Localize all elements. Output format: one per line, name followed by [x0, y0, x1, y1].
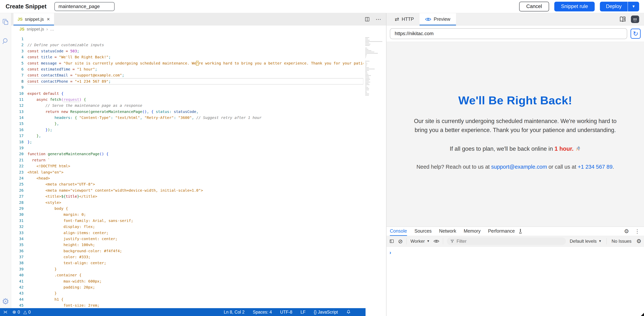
code-line-44[interactable]: h1 {	[28, 296, 363, 302]
code-line-23[interactable]: <html lang="en">	[28, 169, 363, 175]
code-line-20[interactable]: function generateMaintenancePage() {	[28, 151, 363, 157]
cancel-button[interactable]: Cancel	[519, 2, 549, 12]
console-eye-icon[interactable]	[434, 239, 439, 243]
code-line-17[interactable]: },	[28, 133, 363, 139]
console-clear-icon[interactable]: ⊘	[398, 238, 403, 245]
code-line-6[interactable]: const estimatedTime = "1 hour";	[28, 66, 363, 72]
code-line-14[interactable]: headers: { "Content-Type": "text/html", …	[28, 115, 363, 121]
code-line-15[interactable]: },	[28, 121, 363, 127]
status-item-ln-8-col-2[interactable]: Ln 8, Col 2	[224, 310, 244, 315]
console-output[interactable]: ›	[386, 247, 644, 256]
problems-indicator[interactable]: ⊗ 0 △ 0	[12, 310, 31, 315]
code-line-36[interactable]: background-color: #f4f4f4;	[28, 248, 363, 254]
code-line-2[interactable]: // Define your customizable inputs	[28, 42, 363, 48]
code-line-16[interactable]: });	[28, 127, 363, 133]
code-editor[interactable]: 1234567891011121314151617181920212223242…	[11, 33, 386, 308]
status-item--javascript[interactable]: {} JavaScript	[314, 310, 338, 315]
console-filter-input[interactable]	[456, 239, 563, 244]
devtools-settings-gear-icon[interactable]: ⚙	[624, 228, 629, 234]
devtools-tab-performance[interactable]: Performance	[488, 227, 515, 236]
code-line-27[interactable]: <title>${title}</title>	[28, 193, 363, 199]
preview-url-input[interactable]	[390, 28, 627, 39]
code-line-8[interactable]: const contactPhone = "+1 234 567 89";	[28, 78, 363, 84]
console-context-selector[interactable]: Worker ▼	[410, 239, 430, 244]
code-line-32[interactable]: display: flex;	[28, 224, 363, 230]
breadcrumb-file[interactable]: snippet.js	[27, 27, 44, 32]
split-editor-icon[interactable]	[364, 17, 370, 22]
code-line-24[interactable]: <head>	[28, 175, 363, 181]
discord-icon[interactable]	[631, 16, 639, 23]
status-item-lf[interactable]: LF	[300, 310, 306, 315]
devtools-tab-memory[interactable]: Memory	[464, 227, 480, 236]
code-line-10[interactable]: export default {	[28, 91, 363, 97]
issues-counter[interactable]: No Issues	[612, 239, 632, 244]
code-line-4[interactable]: const title = "We'll Be Right Back!";	[28, 54, 363, 60]
console-filter[interactable]	[447, 237, 566, 245]
code-line-9[interactable]	[28, 84, 363, 90]
breadcrumb[interactable]: JS snippet.js › …	[11, 26, 386, 33]
code-line-34[interactable]: justify-content: center;	[28, 236, 363, 242]
phone-link[interactable]: +1 234 567 89	[578, 164, 612, 170]
breadcrumb-more[interactable]: …	[50, 27, 54, 32]
code-line-3[interactable]: const statusCode = 503;	[28, 48, 363, 54]
tab-preview[interactable]: Preview	[420, 13, 456, 25]
code-line-7[interactable]: const contactEmail = "support@example.co…	[28, 72, 363, 78]
code-line-13[interactable]: return new Response(generateMaintenanceP…	[28, 109, 363, 115]
code-line-26[interactable]: <meta name="viewport" content="width=dev…	[28, 187, 363, 193]
console-sidebar-toggle-icon[interactable]	[389, 239, 394, 244]
code-line-21[interactable]: return `	[28, 157, 363, 163]
code-line-29[interactable]: body {	[28, 205, 363, 211]
support-email-link[interactable]: support@example.com	[491, 164, 547, 170]
settings-gear-icon[interactable]: ⚙	[2, 297, 9, 305]
minimap[interactable]	[365, 36, 384, 96]
devtools-tab-console[interactable]: Console	[390, 227, 407, 236]
code-line-43[interactable]: }	[28, 290, 363, 296]
console-prompt-icon[interactable]: ›	[390, 250, 391, 255]
snippet-name-input[interactable]	[54, 2, 114, 11]
files-icon[interactable]	[2, 18, 10, 26]
devtools-menu-icon[interactable]: ⋮	[635, 228, 640, 234]
remote-indicator-icon[interactable]	[3, 310, 8, 314]
code-line-30[interactable]: margin: 0;	[28, 211, 363, 217]
code-line-40[interactable]: .container {	[28, 272, 363, 278]
code-line-25[interactable]: <meta charset="UTF-8">	[28, 181, 363, 187]
deploy-caret-icon[interactable]: ▼	[628, 2, 639, 12]
code-line-35[interactable]: height: 100vh;	[28, 242, 363, 248]
resize-corner[interactable]	[641, 313, 644, 316]
code-line-39[interactable]: }	[28, 266, 363, 272]
code-line-38[interactable]: text-align: center;	[28, 260, 363, 266]
code-line-22[interactable]: <!DOCTYPE html>	[28, 163, 363, 169]
code-line-18[interactable]: };	[28, 139, 363, 145]
minimap-line	[365, 61, 370, 62]
deploy-button[interactable]: Deploy	[600, 2, 628, 12]
code-line-1[interactable]	[28, 36, 363, 42]
code-line-19[interactable]	[28, 145, 363, 151]
code-line-28[interactable]: <style>	[28, 199, 363, 205]
tab-snippet-js[interactable]: JS snippet.js ×	[14, 13, 54, 25]
status-item-spaces-4[interactable]: Spaces: 4	[253, 310, 272, 315]
code-line-33[interactable]: align-items: center;	[28, 230, 363, 236]
console-levels-dropdown[interactable]: Default levels ▼	[570, 239, 602, 244]
tab-http[interactable]: ⇄ HTTP	[389, 13, 420, 25]
code-lines[interactable]: // Define your customizable inputsconst …	[28, 36, 363, 308]
code-line-37[interactable]: color: #333;	[28, 254, 363, 260]
more-actions-icon[interactable]: ⋯	[376, 16, 381, 23]
notifications-bell-icon[interactable]	[346, 310, 351, 314]
tab-close-icon[interactable]: ×	[47, 17, 50, 22]
code-line-5[interactable]: const message = "Our site is currently u…	[28, 60, 363, 66]
code-line-11[interactable]: async fetch(request) {	[28, 97, 363, 103]
console-settings-gear-icon[interactable]: ⚙	[636, 238, 642, 244]
devtools-tab-network[interactable]: Network	[439, 227, 456, 236]
docs-book-icon[interactable]	[619, 16, 626, 23]
deploy-split-button[interactable]: Deploy ▼	[600, 2, 639, 12]
code-line-45[interactable]: font-size: 2rem;	[28, 302, 363, 308]
search-icon[interactable]	[2, 37, 10, 45]
status-item-utf-8[interactable]: UTF-8	[280, 310, 292, 315]
code-line-31[interactable]: font-family: Arial, sans-serif;	[28, 218, 363, 224]
snippet-rule-button[interactable]: Snippet rule	[554, 2, 595, 12]
code-line-12[interactable]: // Serve the maintenance page as a respo…	[28, 103, 363, 108]
devtools-tab-sources[interactable]: Sources	[414, 227, 432, 236]
code-line-42[interactable]: padding: 20px;	[28, 284, 363, 290]
refresh-button[interactable]: ↻	[630, 29, 641, 39]
code-line-41[interactable]: max-width: 600px;	[28, 278, 363, 284]
